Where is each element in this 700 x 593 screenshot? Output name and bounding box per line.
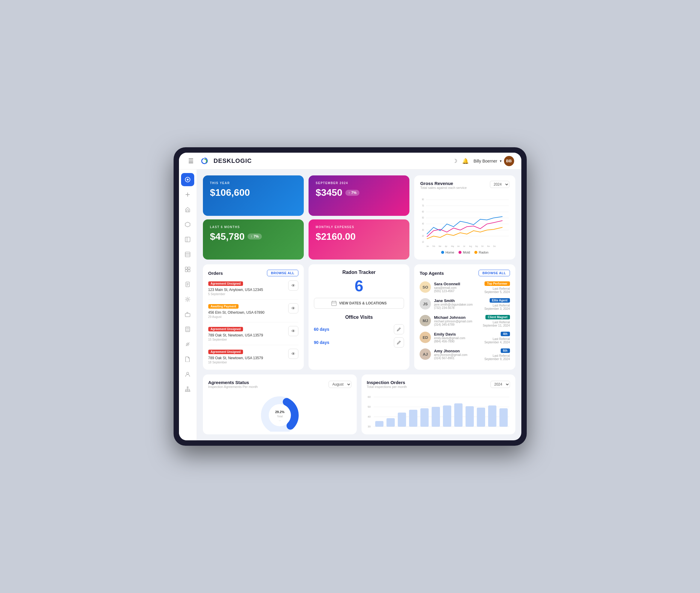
edit-90-btn[interactable] — [394, 338, 404, 348]
last-6-months-value: $45,780 — [210, 231, 245, 242]
edit-60-btn[interactable] — [394, 324, 404, 334]
agent-name: Amy Jhonson — [434, 349, 481, 353]
view-order-btn[interactable]: 👁 — [288, 349, 298, 359]
order-item: Awaiting Payment 456 Elm St, Othertown, … — [208, 303, 298, 322]
sidebar-item-dashboard[interactable] — [181, 173, 194, 186]
sidebar-item-profile[interactable] — [181, 233, 194, 246]
chart-legend: Home Mold Radon — [420, 250, 509, 254]
svg-text:Oct: Oct — [481, 245, 484, 247]
svg-text:80: 80 — [422, 198, 424, 201]
stat-card-last-6-months: LAST 6 MONTHS $45,780 ↑ 7% — [203, 220, 304, 260]
september-label: SEPTEMBER 2024 — [316, 182, 402, 185]
view-dates-btn[interactable]: VIEW DATES & LOCATIONS — [314, 298, 404, 309]
agent-info: Emily Davis emily.davis@gmail.com (884) … — [434, 332, 481, 343]
agent-name: Emily Davis — [434, 332, 481, 337]
svg-text:Nov: Nov — [487, 245, 490, 247]
stat-row-sep: $3450 ↑ 7% — [316, 187, 402, 198]
sidebar-item-briefcase[interactable] — [181, 308, 194, 321]
orders-title: Orders — [208, 271, 223, 276]
agent-item: ED Emily Davis emily.davis@gmail.com (88… — [420, 331, 510, 344]
svg-rect-87 — [420, 408, 428, 427]
svg-line-28 — [188, 344, 189, 346]
svg-text:Dec: Dec — [493, 245, 496, 247]
order-details: Awaiting Payment 456 Elm St, Othertown, … — [208, 303, 264, 318]
agents-title: Top Agents — [420, 271, 444, 276]
agent-phone: (884) 456-7890 — [434, 340, 481, 343]
view-order-btn[interactable]: 👁 — [288, 280, 298, 291]
last-6-months-badge: ↑ 7% — [247, 234, 261, 239]
agent-avatar: MJ — [420, 315, 431, 326]
sidebar-item-tags[interactable] — [181, 218, 194, 231]
september-value: $3450 — [316, 187, 342, 198]
view-order-btn[interactable]: 👁 — [288, 303, 298, 313]
svg-point-16 — [187, 299, 189, 300]
inspection-year-select[interactable]: 2024 — [491, 381, 510, 388]
sidebar-item-contacts[interactable] — [181, 278, 194, 291]
agent-referral: Last Referral — [484, 287, 510, 290]
agent-right: 6th Last Referral September 9, 2024 — [484, 348, 510, 361]
device-screen: ☰ DESKLOGIC ☽ 🔔 Billy Boerner ▾ BB — [179, 153, 521, 440]
svg-point-22 — [189, 329, 189, 330]
view-order-btn[interactable]: 👁 — [288, 326, 298, 336]
order-item-row: Agreement Unsigned 123 Main St, Anytown,… — [208, 280, 298, 296]
agreements-month-select[interactable]: August — [329, 381, 352, 388]
office-item-90: 90 days — [314, 338, 404, 348]
top-bar-left: ☰ DESKLOGIC — [186, 156, 252, 166]
agreements-title: Agreements Status — [208, 380, 258, 385]
agent-info: Sara Oconnell sara@email.com (555) 123-4… — [434, 282, 481, 293]
orders-browse-btn[interactable]: BROWSE ALL — [267, 270, 298, 276]
order-address: 789 Oak St, Newtown, USA 13579 — [208, 356, 263, 360]
sidebar-item-add[interactable] — [181, 188, 194, 201]
radon-title: Radon Tracker — [342, 270, 376, 275]
svg-text:Total: Total — [277, 415, 283, 418]
svg-text:May: May — [451, 245, 454, 247]
agent-right: Client Magnet Last Referral September 11… — [483, 314, 510, 327]
sidebar-item-tools[interactable] — [181, 338, 194, 351]
order-address: 456 Elm St, Othertown, USA 67890 — [208, 310, 264, 315]
svg-text:40: 40 — [368, 415, 371, 418]
sidebar-item-home[interactable] — [181, 203, 194, 216]
svg-text:30: 30 — [368, 425, 371, 428]
sidebar-item-reports[interactable] — [181, 263, 194, 276]
main-layout: THIS YEAR $106,600 LAST 6 MONTHS $45,780… — [179, 169, 521, 440]
sidebar-item-table[interactable] — [181, 248, 194, 261]
order-badge: Agreement Unsigned — [208, 327, 243, 331]
order-item-row: Awaiting Payment 456 Elm St, Othertown, … — [208, 303, 298, 318]
sidebar-item-calculator[interactable] — [181, 323, 194, 336]
content-area: THIS YEAR $106,600 LAST 6 MONTHS $45,780… — [197, 169, 521, 440]
inspection-title-block: Inspection Orders Total inspections per … — [367, 380, 407, 389]
agent-email: emily.davis@gmail.com — [434, 337, 481, 340]
svg-point-21 — [187, 329, 188, 330]
user-name: Billy Boerner — [473, 159, 497, 163]
chart-subtitle: Total sales against each service — [420, 186, 466, 190]
sidebar-item-document[interactable] — [181, 353, 194, 366]
agents-browse-btn[interactable]: BROWSE ALL — [479, 270, 510, 276]
moon-icon[interactable]: ☽ — [453, 158, 457, 164]
agent-right: Top Performer Last Referral September 5,… — [484, 280, 510, 294]
agent-name: Michael Johnson — [434, 315, 480, 320]
sidebar-item-org[interactable] — [181, 383, 194, 396]
donut-chart-area: 29.2% Total ... — [208, 393, 352, 432]
inspection-title: Inspection Orders — [367, 380, 407, 385]
svg-line-27 — [186, 343, 188, 344]
sidebar — [179, 169, 197, 440]
agent-info: Amy Jhonson amy.jhonson@gmail.com (314) … — [434, 349, 481, 360]
stat-card-september: SEPTEMBER 2024 $3450 ↑ 7% — [308, 175, 409, 216]
agent-phone: (732) 234-5678 — [434, 306, 481, 310]
order-date: 5 September — [208, 292, 263, 296]
user-info[interactable]: Billy Boerner ▾ BB — [473, 156, 514, 166]
stat-row: $45,780 ↑ 7% — [210, 231, 297, 242]
menu-icon[interactable]: ☰ — [186, 156, 196, 166]
svg-rect-9 — [188, 267, 190, 269]
agent-info: Michael Johnson michael.johnson@gmail.co… — [434, 315, 480, 326]
year-select[interactable]: 2024 — [490, 181, 509, 188]
gross-revenue-svg: 80 70 60 50 40 30 20 10 — [420, 194, 509, 247]
notification-icon[interactable]: 🔔 — [462, 158, 469, 164]
svg-point-23 — [187, 330, 187, 331]
expenses-label: MONTHLY EXPENSES — [316, 226, 402, 229]
order-item-row: Agreement Unsigned 789 Oak St, Newtown, … — [208, 349, 298, 364]
sidebar-item-person[interactable] — [181, 367, 194, 381]
this-year-value: $106,600 — [210, 187, 297, 198]
sidebar-item-settings[interactable] — [181, 293, 194, 306]
agent-badge: Elite Agent — [490, 298, 510, 303]
